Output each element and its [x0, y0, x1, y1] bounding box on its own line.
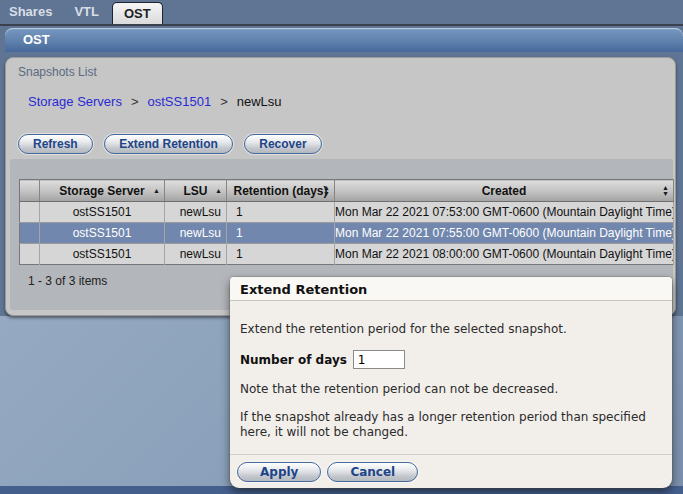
header-retention-days[interactable]: Retention (days) ▲▼: [227, 180, 335, 202]
dialog-note-longer: If the snapshot already has a longer ret…: [240, 410, 662, 440]
header-label: LSU: [184, 184, 208, 198]
number-of-days-row: Number of days: [240, 350, 662, 369]
app-window: Shares VTL OST OST Snapshots List Storag…: [0, 0, 683, 494]
tab-ost-active[interactable]: OST: [112, 2, 163, 24]
number-of-days-input[interactable]: [353, 350, 405, 369]
sort-ascending-icon: ▲: [153, 188, 160, 194]
table-header-row: Storage Server ▲ LSU ▲ Retention (days) …: [20, 180, 674, 202]
row-select-cell[interactable]: [20, 244, 40, 265]
panel-title: Snapshots List: [18, 65, 97, 79]
retention-cell: 1: [227, 223, 335, 244]
recover-button[interactable]: Recover: [244, 134, 321, 154]
retention-cell: 1: [227, 244, 335, 265]
dialog-note-decrease: Note that the retention period can not b…: [240, 382, 662, 397]
sort-both-icon: ▲▼: [323, 185, 330, 197]
breadcrumb-storage-servers[interactable]: Storage Servers: [28, 94, 122, 109]
snapshots-table: Storage Server ▲ LSU ▲ Retention (days) …: [19, 179, 674, 265]
cancel-button[interactable]: Cancel: [327, 462, 418, 482]
table-row[interactable]: ostSS1501 newLsu 1 Mon Mar 22 2021 08:00…: [20, 244, 674, 265]
created-cell: Mon Mar 22 2021 08:00:00 GMT-0600 (Mount…: [335, 244, 674, 265]
header-label: Storage Server: [59, 184, 144, 198]
header-lsu[interactable]: LSU ▲: [165, 180, 227, 202]
storage-server-cell: ostSS1501: [40, 202, 165, 223]
extend-retention-dialog: Extend Retention Extend the retention pe…: [230, 277, 672, 488]
header-created[interactable]: Created ▲▼: [335, 180, 674, 202]
dialog-title: Extend Retention: [230, 277, 672, 301]
section-header-bar: OST: [5, 28, 683, 52]
lsu-cell: newLsu: [165, 202, 227, 223]
storage-server-cell: ostSS1501: [40, 223, 165, 244]
breadcrumb-storage-server[interactable]: ostSS1501: [148, 94, 212, 109]
sort-ascending-icon: ▲: [215, 188, 222, 194]
header-storage-server[interactable]: Storage Server ▲: [40, 180, 165, 202]
breadcrumb-current-lsu: newLsu: [237, 94, 282, 109]
apply-button[interactable]: Apply: [237, 462, 321, 482]
tab-shares[interactable]: Shares: [5, 4, 56, 24]
sort-both-icon: ▲▼: [662, 185, 669, 197]
breadcrumb-separator-icon: >: [220, 94, 228, 109]
dialog-description: Extend the retention period for the sele…: [240, 322, 662, 337]
table-row[interactable]: ostSS1501 newLsu 1 Mon Mar 22 2021 07:53…: [20, 202, 674, 223]
refresh-button[interactable]: Refresh: [18, 134, 93, 154]
pagination-status: 1 - 3 of 3 items: [28, 274, 107, 288]
header-select-column: [20, 180, 40, 202]
storage-server-cell: ostSS1501: [40, 244, 165, 265]
section-title: OST: [23, 32, 50, 47]
number-of-days-label: Number of days: [240, 353, 347, 367]
tab-vtl[interactable]: VTL: [70, 4, 103, 24]
retention-cell: 1: [227, 202, 335, 223]
top-tab-bar: Shares VTL OST: [0, 0, 683, 26]
header-label: Retention (days): [233, 184, 327, 198]
toolbar: Refresh Extend Retention Recover: [18, 134, 329, 154]
created-cell: Mon Mar 22 2021 07:53:00 GMT-0600 (Mount…: [335, 202, 674, 223]
created-cell: Mon Mar 22 2021 07:55:00 GMT-0600 (Mount…: [335, 223, 674, 244]
row-select-cell[interactable]: [20, 202, 40, 223]
lsu-cell: newLsu: [165, 223, 227, 244]
table-row-selected[interactable]: ostSS1501 newLsu 1 Mon Mar 22 2021 07:55…: [20, 223, 674, 244]
breadcrumb: Storage Servers > ostSS1501 > newLsu: [28, 94, 282, 109]
extend-retention-button[interactable]: Extend Retention: [104, 134, 233, 154]
dialog-footer: Apply Cancel: [230, 454, 672, 488]
row-select-cell[interactable]: [20, 223, 40, 244]
lsu-cell: newLsu: [165, 244, 227, 265]
breadcrumb-separator-icon: >: [131, 94, 139, 109]
header-label: Created: [482, 184, 527, 198]
dialog-body: Extend the retention period for the sele…: [230, 301, 672, 440]
